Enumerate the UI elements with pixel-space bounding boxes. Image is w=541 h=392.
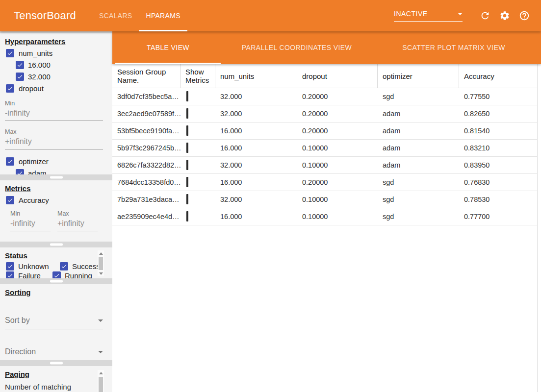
metric-accuracy: Accuracy xyxy=(6,196,112,204)
paging-panel: Paging Number of matching session groups… xyxy=(0,366,112,392)
session-group-name: 7b29a731e3daca… xyxy=(112,196,180,203)
column-optimizer[interactable]: optimizer xyxy=(378,64,459,88)
session-group-name: 5b97f3c2967245b… xyxy=(112,144,180,152)
status-select[interactable]: INACTIVE xyxy=(394,10,463,22)
dropout-min-field: Min xyxy=(5,100,103,121)
accuracy-cell: 0.76830 xyxy=(459,178,537,186)
checkbox-success[interactable] xyxy=(60,262,68,270)
accuracy-min-input[interactable] xyxy=(10,217,51,231)
table-row: 7684dcc13358fd0… 16.000 0.20000 sgd 0.76… xyxy=(112,174,537,191)
table-row: 5b97f3c2967245b… 16.000 0.10000 adam 0.8… xyxy=(112,140,537,157)
tab-hparams[interactable]: HPARAMS xyxy=(139,0,187,31)
dropout-max-input[interactable] xyxy=(5,135,103,149)
checkbox-accuracy[interactable] xyxy=(6,196,14,204)
checkbox-dropout[interactable] xyxy=(6,84,14,93)
show-metrics-checkbox[interactable] xyxy=(186,177,188,187)
tab-scatter-plot-matrix-view[interactable]: SCATTER PLOT MATRIX VIEW xyxy=(373,31,535,64)
optimizer-cell: sgd xyxy=(378,178,459,186)
metrics-heading: Metrics xyxy=(0,180,112,193)
hparam-value-16: 16.000 xyxy=(16,61,112,69)
direction-value: Direction xyxy=(5,347,36,356)
status-row-2: Failure Running xyxy=(6,271,112,278)
main-scrollbar-track[interactable] xyxy=(537,64,541,392)
status-heading: Status xyxy=(0,247,112,260)
settings-button[interactable] xyxy=(499,10,511,22)
checkbox-num-units[interactable] xyxy=(6,49,14,57)
dropout-min-input[interactable] xyxy=(5,107,103,121)
column-num-units[interactable]: num_units xyxy=(215,64,297,88)
hparam-value-adam: adam xyxy=(16,169,112,174)
check-icon xyxy=(7,158,13,165)
scroll-up-icon[interactable] xyxy=(98,250,104,256)
show-metrics-checkbox[interactable] xyxy=(186,211,188,221)
resize-handle[interactable] xyxy=(50,176,63,179)
section-divider xyxy=(0,360,112,366)
show-metrics-checkbox[interactable] xyxy=(186,125,188,136)
num-units-cell: 32.000 xyxy=(215,110,297,118)
dropout-cell: 0.10000 xyxy=(297,213,378,220)
checkbox-unknown[interactable] xyxy=(6,262,14,270)
direction-select[interactable]: Direction xyxy=(5,347,103,360)
status-scrollbar[interactable] xyxy=(98,250,104,276)
resize-handle[interactable] xyxy=(50,280,63,283)
section-divider xyxy=(0,174,112,180)
metrics-panel: Metrics Accuracy Min Max xyxy=(0,180,112,242)
num-units-cell: 16.000 xyxy=(215,213,297,220)
dropout-max-field: Max xyxy=(5,128,103,149)
scrollbar-thumb[interactable] xyxy=(99,257,103,270)
hparam-dropout: dropout xyxy=(6,84,112,93)
check-icon xyxy=(7,197,13,203)
hparams-sidebar: Hyperparameters num_units 16.000 32.000 … xyxy=(0,31,112,392)
column-dropout[interactable]: dropout xyxy=(297,64,378,88)
check-icon xyxy=(17,62,23,68)
paging-scrollbar[interactable] xyxy=(98,370,104,392)
checkbox-running[interactable] xyxy=(52,271,61,278)
optimizer-cell: sgd xyxy=(378,213,459,220)
show-metrics-checkbox[interactable] xyxy=(186,108,188,119)
session-group-name: 7684dcc13358fd0… xyxy=(112,178,180,186)
check-icon xyxy=(7,272,13,278)
accuracy-minmax: Min Max xyxy=(10,210,112,231)
help-button[interactable] xyxy=(518,10,530,22)
session-groups-table: Session Group Name. Show Metrics num_uni… xyxy=(112,64,537,392)
checkbox-adam[interactable] xyxy=(16,169,24,174)
accuracy-max-field: Max xyxy=(57,210,98,231)
show-metrics-checkbox[interactable] xyxy=(186,91,188,101)
checkbox-32[interactable] xyxy=(16,73,24,81)
column-accuracy[interactable]: Accuracy xyxy=(459,64,537,88)
help-icon xyxy=(519,10,530,21)
sort-by-select[interactable]: Sort by xyxy=(5,316,103,329)
active-tab-indicator xyxy=(115,63,221,64)
chevron-down-icon xyxy=(98,319,103,322)
status-options: Unknown Success Failure Running xyxy=(0,262,112,278)
status-success: Success xyxy=(60,262,100,270)
checkbox-16[interactable] xyxy=(16,61,24,69)
scroll-down-icon[interactable] xyxy=(98,270,104,276)
num-units-cell: 16.000 xyxy=(215,144,297,152)
checkbox-optimizer[interactable] xyxy=(6,157,14,166)
show-metrics-checkbox[interactable] xyxy=(186,143,188,153)
accuracy-cell: 0.83210 xyxy=(459,144,537,152)
optimizer-cell: sgd xyxy=(378,196,459,203)
checkbox-failure[interactable] xyxy=(6,271,14,278)
num-units-cell: 32.000 xyxy=(215,93,297,100)
show-metrics-checkbox[interactable] xyxy=(186,194,188,204)
resize-handle[interactable] xyxy=(50,244,63,246)
table-row: 7b29a731e3daca… 32.000 0.10000 sgd 0.785… xyxy=(112,191,537,208)
column-show-metrics[interactable]: Show Metrics xyxy=(180,64,215,88)
column-session-group-name[interactable]: Session Group Name. xyxy=(112,64,180,88)
dropout-cell: 0.20000 xyxy=(297,110,378,118)
tab-parallel-coordinates-view[interactable]: PARALLEL COORDINATES VIEW xyxy=(221,31,373,64)
accuracy-max-input[interactable] xyxy=(57,217,98,231)
scrollbar-thumb[interactable] xyxy=(99,377,103,392)
session-group-name: 3ec2aed9e07589f… xyxy=(112,110,180,118)
session-group-name: ae235909ec4e4d… xyxy=(112,213,180,220)
scroll-up-icon[interactable] xyxy=(98,370,104,376)
show-metrics-checkbox[interactable] xyxy=(186,160,188,170)
refresh-button[interactable] xyxy=(479,10,491,22)
tab-table-view[interactable]: TABLE VIEW xyxy=(115,31,221,64)
tab-scalars[interactable]: SCALARS xyxy=(92,0,139,31)
hyperparameters-heading: Hyperparameters xyxy=(0,33,112,46)
num-units-cell: 16.000 xyxy=(215,127,297,135)
resize-handle[interactable] xyxy=(50,362,63,365)
